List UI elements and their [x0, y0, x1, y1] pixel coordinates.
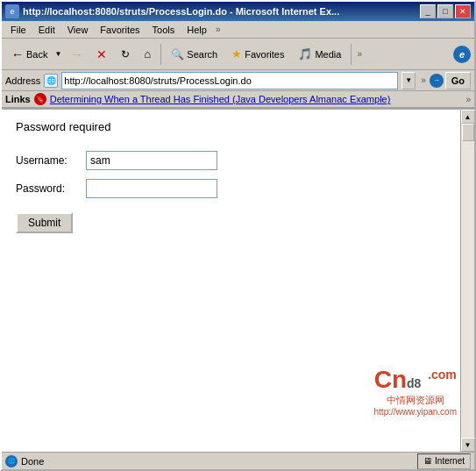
toolbar-separator-1	[160, 44, 161, 65]
watermark: Cnd8 .com 中情网资源网 http://www.yipan.com	[374, 366, 457, 417]
password-input[interactable]	[86, 179, 217, 198]
title-bar-left: e http://localhost:8080/struts/ProcessLo…	[5, 4, 339, 18]
links-bookmark-icon: 🔖	[34, 93, 46, 105]
username-label: Username:	[16, 154, 86, 167]
media-label: Media	[315, 49, 341, 60]
favorites-label: Favorites	[245, 49, 284, 60]
scroll-track[interactable]	[461, 124, 474, 438]
go-btn-wrap: → Go	[430, 72, 471, 89]
stop-button[interactable]: ✕	[90, 42, 113, 67]
scroll-down-button[interactable]: ▼	[461, 438, 475, 452]
browser-window: e http://localhost:8080/struts/ProcessLo…	[0, 0, 476, 471]
back-arrow-icon: ←	[11, 47, 24, 61]
toolbar-overflow: »	[357, 49, 362, 59]
media-button[interactable]: 🎵 Media	[292, 42, 347, 67]
status-zone-panel: 🖥 Internet	[417, 453, 471, 469]
password-label: Password:	[16, 182, 86, 195]
menu-view[interactable]: View	[62, 23, 94, 37]
toolbar: ← Back ▼ → ✕ ↻ ⌂ 🔍 Search ★ Favorit	[2, 39, 474, 70]
minimize-button[interactable]: _	[420, 4, 436, 18]
media-icon: 🎵	[298, 47, 312, 61]
address-bar: Address 🌐 ▼ » → Go	[2, 70, 474, 91]
content-area: Password required Username: Password: Su…	[2, 109, 474, 452]
refresh-button[interactable]: ↻	[115, 42, 136, 67]
address-dropdown[interactable]: ▼	[401, 72, 416, 89]
search-button[interactable]: 🔍 Search	[165, 42, 224, 67]
menu-tools[interactable]: Tools	[147, 23, 181, 37]
back-label: Back	[26, 49, 47, 60]
menu-bar: File Edit View Favorites Tools Help »	[2, 21, 474, 39]
status-computer-icon: 🖥	[423, 456, 432, 466]
close-button[interactable]: ✕	[455, 4, 471, 18]
maximize-button[interactable]: □	[437, 4, 453, 18]
refresh-icon: ↻	[121, 48, 130, 61]
submit-button[interactable]: Submit	[16, 212, 73, 233]
back-button[interactable]: ← Back	[5, 42, 53, 67]
toolbar-separator-2	[351, 44, 352, 65]
menu-edit[interactable]: Edit	[33, 23, 60, 37]
go-globe-icon: →	[430, 74, 444, 88]
links-link[interactable]: Determining When a Thread Has Finished (…	[50, 94, 391, 104]
menu-favorites[interactable]: Favorites	[95, 23, 145, 37]
page-icon: 🌐	[44, 74, 58, 88]
password-row: Password:	[16, 179, 446, 198]
ie-title-icon: e	[5, 4, 19, 18]
back-dropdown[interactable]: ▼	[53, 42, 62, 67]
forward-arrow-icon: →	[70, 47, 82, 61]
scrollbar[interactable]: ▲ ▼	[460, 110, 474, 452]
home-button[interactable]: ⌂	[138, 42, 157, 67]
menu-file[interactable]: File	[5, 23, 32, 37]
status-bar: 🌐 Done 🖥 Internet	[2, 452, 474, 469]
status-right: 🖥 Internet	[417, 453, 471, 469]
home-icon: ⌂	[144, 47, 151, 61]
status-zone: Internet	[435, 456, 465, 466]
address-overflow: »	[421, 75, 426, 85]
username-input[interactable]	[86, 151, 217, 170]
links-label: Links	[5, 94, 31, 104]
title-bar: e http://localhost:8080/struts/ProcessLo…	[2, 2, 474, 21]
watermark-url: http://www.yipan.com	[374, 407, 457, 417]
favorites-button[interactable]: ★ Favorites	[225, 42, 290, 67]
scroll-thumb[interactable]	[462, 124, 474, 141]
links-overflow: »	[465, 95, 471, 104]
page-title: Password required	[16, 120, 446, 133]
username-row: Username:	[16, 151, 446, 170]
stop-icon: ✕	[96, 47, 107, 61]
links-bar: Links 🔖 Determining When a Thread Has Fi…	[2, 91, 474, 109]
page-content: Password required Username: Password: Su…	[2, 110, 460, 244]
title-controls: _ □ ✕	[420, 4, 471, 18]
forward-button[interactable]: →	[64, 42, 89, 67]
watermark-cn-label: 中情网资源网	[374, 394, 457, 407]
address-label: Address	[5, 75, 40, 86]
address-input[interactable]	[64, 75, 395, 86]
go-button[interactable]: Go	[445, 72, 471, 89]
back-btn-group: ← Back ▼	[5, 42, 62, 67]
ie-logo: e	[453, 46, 471, 63]
scroll-up-button[interactable]: ▲	[461, 110, 475, 124]
status-text: Done	[21, 456, 414, 467]
window-title: http://localhost:8080/struts/ProcessLogi…	[23, 6, 339, 17]
ie-logo-area: e	[453, 46, 471, 63]
watermark-dotcom: .com	[428, 368, 457, 382]
search-label: Search	[187, 49, 217, 60]
search-icon: 🔍	[171, 48, 184, 61]
menu-overflow: »	[216, 25, 221, 34]
watermark-cn-text: Cn	[374, 366, 407, 393]
menu-help[interactable]: Help	[181, 23, 212, 37]
watermark-d8: d8	[407, 376, 421, 390]
address-input-wrap[interactable]	[61, 72, 398, 89]
watermark-logo: Cnd8 .com	[374, 366, 457, 394]
star-icon: ★	[231, 47, 242, 61]
status-globe-icon: 🌐	[5, 455, 18, 467]
